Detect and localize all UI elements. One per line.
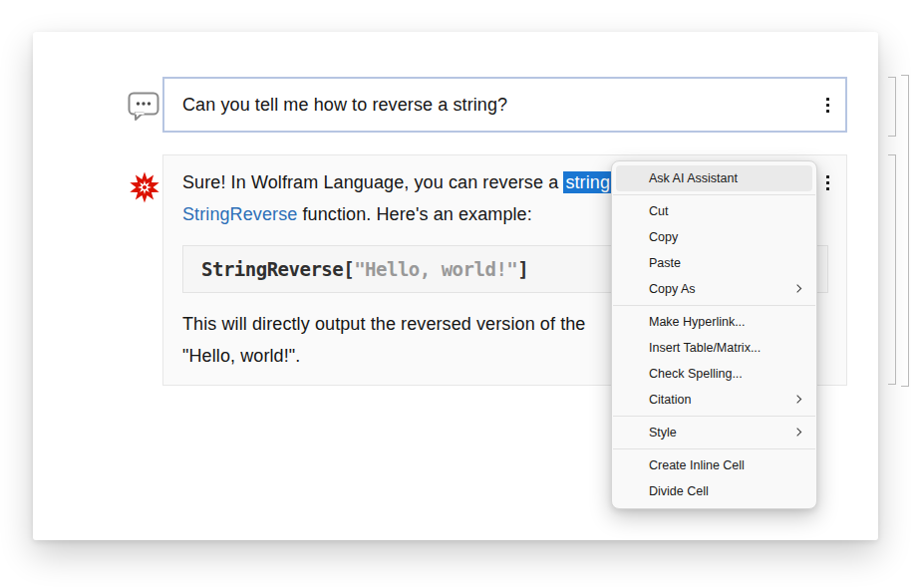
paragraph-2-line-2: "Hello, world!".	[182, 346, 300, 366]
menu-item-create-inline-cell[interactable]: Create Inline Cell	[616, 452, 812, 478]
submenu-chevron-icon	[793, 395, 801, 403]
cell-group-bracket[interactable]	[901, 75, 909, 387]
menu-item-paste[interactable]: Paste	[616, 250, 812, 276]
wolfram-spikey-icon	[129, 171, 160, 203]
assistant-paragraph-2: This will directly output the reversed v…	[182, 308, 585, 372]
code-line: StringReverse["Hello, world!"]	[201, 258, 528, 280]
assistant-cell-options-kebab-icon[interactable]	[819, 173, 835, 191]
chat-cell-options-kebab-icon[interactable]	[819, 96, 835, 114]
selected-word[interactable]: string	[563, 171, 612, 193]
menu-item-copy[interactable]: Copy	[616, 224, 812, 250]
paragraph-2-line-1: This will directly output the reversed v…	[182, 314, 585, 334]
menu-separator	[613, 416, 815, 417]
submenu-chevron-icon	[793, 284, 801, 292]
menu-item-divide-cell[interactable]: Divide Cell	[616, 478, 812, 504]
code-string-literal: "Hello, world!"	[354, 258, 517, 280]
code-open-bracket: [	[343, 258, 354, 280]
stringreverse-doc-link[interactable]: StringReverse	[182, 204, 297, 224]
notebook-window: Can you tell me how to reverse a string?…	[0, 0, 921, 588]
submenu-chevron-icon	[793, 428, 801, 436]
menu-item-ask-ai-assistant[interactable]: Ask AI Assistant	[616, 165, 812, 191]
code-function-name: StringReverse	[201, 258, 343, 280]
menu-item-check-spelling[interactable]: Check Spelling...	[616, 361, 812, 387]
menu-item-citation[interactable]: Citation	[616, 387, 812, 413]
chat-input-cell[interactable]: Can you tell me how to reverse a string?	[162, 77, 847, 133]
menu-separator	[613, 194, 815, 195]
context-menu: Ask AI AssistantCutCopyPasteCopy AsMake …	[611, 160, 817, 509]
chat-input-text[interactable]: Can you tell me how to reverse a string?	[182, 95, 507, 116]
menu-item-cut[interactable]: Cut	[616, 198, 812, 224]
code-close-bracket: ]	[517, 258, 528, 280]
menu-separator	[613, 305, 815, 306]
chat-bubble-icon	[128, 92, 159, 122]
menu-item-copy-as[interactable]: Copy As	[616, 276, 812, 302]
cell-bracket-assistant-response[interactable]	[888, 154, 896, 385]
cell-bracket-chat-input[interactable]	[888, 77, 896, 137]
menu-separator	[613, 448, 815, 449]
paragraph-1-text-end: function. Here's an example:	[297, 204, 531, 224]
menu-item-insert-table-matrix[interactable]: Insert Table/Matrix...	[616, 335, 812, 361]
paragraph-1-text: Sure! In Wolfram Language, you can rever…	[182, 172, 563, 192]
menu-item-style[interactable]: Style	[616, 420, 812, 445]
menu-item-make-hyperlink[interactable]: Make Hyperlink...	[616, 309, 812, 335]
